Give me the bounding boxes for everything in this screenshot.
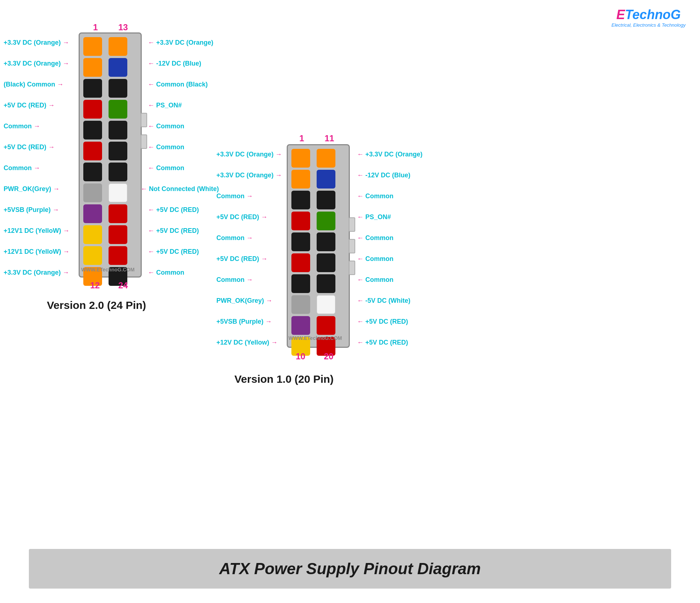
pin-24-L4 xyxy=(83,100,102,119)
label-24-L10: +12V1 DC (YelloW) xyxy=(4,227,70,235)
pin-20-R1 xyxy=(317,149,335,168)
label-24-L12: +3.3V DC (Orange) xyxy=(4,269,69,276)
latch-24-1 xyxy=(141,113,147,127)
pin-24-R6 xyxy=(109,142,127,160)
label-24-L9: +5VSB (Purple) xyxy=(4,206,59,214)
label-20-L6: +5V DC (RED) xyxy=(216,255,268,263)
pin-20-R4 xyxy=(317,212,335,230)
label-24-R8: Not Connected (White) xyxy=(141,185,219,193)
main-title-text: ATX Power Supply Pinout Diagram xyxy=(219,560,481,578)
pin-20-R9 xyxy=(317,316,335,335)
pin-24-L2 xyxy=(83,58,102,77)
connector-20-housing xyxy=(287,144,350,348)
label-24-R12: Common xyxy=(148,269,184,276)
label-20-R8: -5V DC (White) xyxy=(357,297,410,305)
pin-24-R1 xyxy=(109,37,127,56)
label-24-R9: +5V DC (RED) xyxy=(148,206,199,214)
logo: ETechnoG Electrical, Electronics & Techn… xyxy=(612,7,686,28)
watermark-24: WWW.ETechnoG.COM xyxy=(81,267,135,272)
pin-20-R6 xyxy=(317,253,335,272)
pin-24-L6 xyxy=(83,142,102,160)
pin-24-R9 xyxy=(109,204,127,223)
logo-sub: Electrical, Electronics & Technology xyxy=(612,22,686,28)
label-24-L8: PWR_OK(Grey) xyxy=(4,185,60,193)
label-24-L11: +12V1 DC (YelloW) xyxy=(4,248,70,256)
label-24-L6: +5V DC (RED) xyxy=(4,143,55,151)
pin-20-L7 xyxy=(291,274,310,293)
pin-20-R7 xyxy=(317,274,335,293)
pin-20-R3 xyxy=(317,191,335,209)
pin-20-L6 xyxy=(291,253,310,272)
pin-20-L9 xyxy=(291,316,310,335)
label-20-L10: +12V DC (Yellow) xyxy=(216,339,278,346)
latch-20-2 xyxy=(349,239,355,253)
label-20-L9: +5VSB (Purple) xyxy=(216,318,272,325)
pin-24-R3 xyxy=(109,79,127,98)
pin-num-24-top-right: 13 xyxy=(118,22,128,32)
pin-24-L5 xyxy=(83,121,102,139)
main-title-bar: ATX Power Supply Pinout Diagram xyxy=(29,549,671,589)
pin-24-R11 xyxy=(109,246,127,265)
pin-20-R5 xyxy=(317,232,335,251)
pin-20-L5 xyxy=(291,232,310,251)
label-24-R6: Common xyxy=(148,143,184,151)
pin-20-L4 xyxy=(291,212,310,230)
label-24-R1: +3.3V DC (Orange) xyxy=(148,39,213,46)
label-24-R3: Common (Black) xyxy=(148,81,208,88)
pin-24-R5 xyxy=(109,121,127,139)
label-20-L1: +3.3V DC (Orange) xyxy=(216,151,282,158)
label-20-R7: Common xyxy=(357,276,393,284)
pin-num-24-bot-left: 12 xyxy=(90,280,100,291)
label-24-R4: PS_ON# xyxy=(148,102,182,109)
latch-24-2 xyxy=(141,134,147,149)
label-24-R5: Common xyxy=(148,123,184,130)
pin-24-R8 xyxy=(109,183,127,202)
label-24-L4: +5V DC (RED) xyxy=(4,102,55,109)
pin-24-R4 xyxy=(109,100,127,119)
label-20-R3: Common xyxy=(357,192,393,200)
label-20-L8: PWR_OK(Grey) xyxy=(216,297,272,305)
pin-num-20-bot-left: 10 xyxy=(296,351,305,362)
pin-24-L3 xyxy=(83,79,102,98)
watermark-20: WWW.ETechnoG.COM xyxy=(289,335,342,341)
label-20-R4: PS_ON# xyxy=(357,213,391,221)
label-24-L5: Common xyxy=(4,123,40,130)
pin-20-L2 xyxy=(291,170,310,189)
version20-title: Version 1.0 (20 Pin) xyxy=(234,373,334,385)
label-20-R1: +3.3V DC (Orange) xyxy=(357,151,423,158)
label-20-L3: Common xyxy=(216,192,253,200)
pin-num-20-bot-right: 20 xyxy=(324,351,334,362)
latch-20-3 xyxy=(349,261,355,275)
label-20-L7: Common xyxy=(216,276,253,284)
page-container: ETechnoG Electrical, Electronics & Techn… xyxy=(0,0,700,603)
label-20-R5: Common xyxy=(357,234,393,242)
label-24-L7: Common xyxy=(4,164,40,172)
pin-24-R2 xyxy=(109,58,127,77)
logo-e: E xyxy=(616,7,625,22)
label-24-R10: +5V DC (RED) xyxy=(148,227,199,235)
pin-24-L9 xyxy=(83,204,102,223)
pin-num-24-top-left: 1 xyxy=(93,22,98,32)
label-20-R6: Common xyxy=(357,255,393,263)
label-20-L5: Common xyxy=(216,234,253,242)
label-24-L3: (Black) Common xyxy=(4,81,63,88)
label-24-R7: Common xyxy=(148,164,184,172)
label-24-L1: +3.3V DC (Orange) xyxy=(4,39,69,46)
pin-20-L3 xyxy=(291,191,310,209)
label-20-L2: +3.3V DC (Orange) xyxy=(216,172,282,179)
pin-24-L1 xyxy=(83,37,102,56)
pin-24-R7 xyxy=(109,163,127,181)
pin-num-20-top-right: 11 xyxy=(325,133,334,143)
pin-20-L1 xyxy=(291,149,310,168)
pin-24-L10 xyxy=(83,225,102,244)
pin-24-L7 xyxy=(83,163,102,181)
pin-num-20-top-left: 1 xyxy=(299,133,304,143)
logo-technog: TechnoG xyxy=(625,7,681,22)
pin-20-L8 xyxy=(291,295,310,314)
label-20-L4: +5V DC (RED) xyxy=(216,213,268,221)
latch-20-1 xyxy=(349,217,355,232)
pin-20-R2 xyxy=(317,170,335,189)
pin-20-R8 xyxy=(317,295,335,314)
connector-24-housing xyxy=(79,32,142,278)
label-24-R11: +5V DC (RED) xyxy=(148,248,199,256)
